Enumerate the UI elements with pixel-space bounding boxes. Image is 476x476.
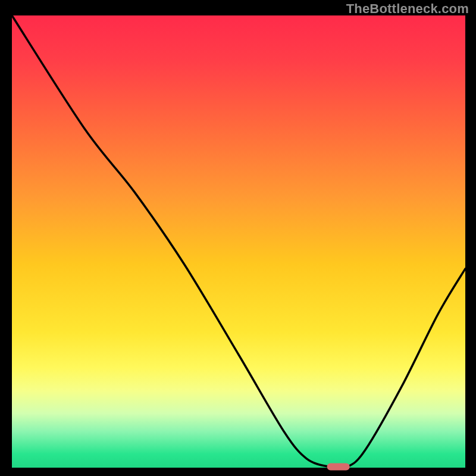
chart-container: TheBottleneck.com [0,0,476,476]
bottleneck-chart [0,0,476,476]
watermark-label: TheBottleneck.com [346,1,469,17]
gradient-background [12,15,465,468]
optimal-marker [327,463,350,470]
